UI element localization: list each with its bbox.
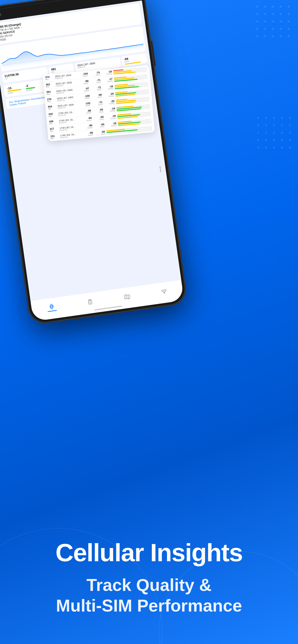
rssnr-metric: -2 RSSNR <box>25 83 36 92</box>
svg-line-12 <box>126 295 126 298</box>
status-icons: 1 <box>114 0 134 0</box>
phone-screen-area: 1 260 03 (Orange) LTE-A + 5G NSA ≡ <box>0 0 184 322</box>
svg-marker-11 <box>124 294 130 300</box>
decorative-crosses-mid: ××××× ××××× ××××× ××××× ××××× <box>257 116 293 150</box>
page-subtitle: Track Quality & Multi-SIM Performance <box>56 575 242 616</box>
camera-icon <box>0 12 1 17</box>
nav-signal[interactable] <box>47 303 57 312</box>
metric-rsrp: -99 RSRP <box>121 53 147 66</box>
clipboard-nav-icon <box>87 299 93 305</box>
nav-wifi[interactable] <box>160 288 168 295</box>
nav-clipboard[interactable] <box>86 298 94 306</box>
screen-content: 260 03 (Orange) LTE-A + 5G NSA ≡ IN SERV… <box>0 0 181 301</box>
nav-map[interactable] <box>123 293 131 300</box>
signal-nav-icon <box>48 303 55 310</box>
wifi-nav-icon <box>161 289 167 294</box>
svg-line-9 <box>89 302 91 302</box>
nav-active-indicator <box>48 310 57 312</box>
rsrq-metric: -15 RSRQ <box>7 85 22 94</box>
svg-line-10 <box>89 303 91 303</box>
map-nav-icon <box>124 294 130 300</box>
svg-point-5 <box>51 306 52 307</box>
decorative-crosses-top: ××××× ××××× ××××× ××××× ××××× <box>255 5 291 38</box>
svg-point-14 <box>164 292 165 294</box>
cell-list-card: 374 PCI 3025 | B7: 2600 EARFCN -104 RSRP… <box>43 66 155 142</box>
svg-marker-0 <box>114 0 115 0</box>
page-title: Cellular Insights <box>56 540 242 566</box>
signal-icon <box>114 0 119 0</box>
bottom-text-section: Cellular Insights Track Quality & Multi-… <box>0 435 298 644</box>
svg-line-13 <box>128 295 128 299</box>
phone-body: 1 260 03 (Orange) LTE-A + 5G NSA ≡ <box>0 0 187 324</box>
more-options[interactable] <box>159 166 161 172</box>
app-screen: 1 260 03 (Orange) LTE-A + 5G NSA ≡ <box>0 0 184 322</box>
